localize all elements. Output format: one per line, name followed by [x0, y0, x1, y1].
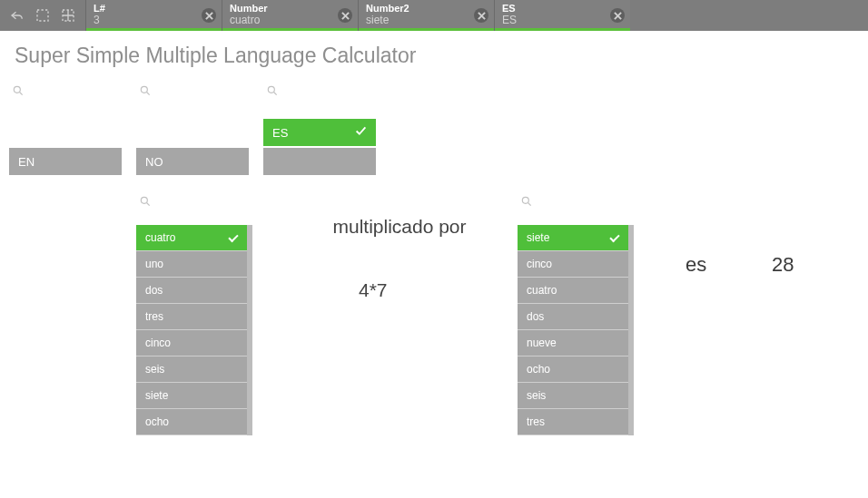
svg-point-5: [141, 197, 147, 203]
filter-tab-lnum[interactable]: L# 3: [85, 0, 222, 31]
lang-option-en[interactable]: EN: [9, 148, 122, 175]
search-icon[interactable]: [139, 84, 152, 97]
filter-tab-es[interactable]: ES ES: [494, 0, 630, 31]
close-icon[interactable]: [474, 8, 488, 23]
list-item-label: seis: [145, 363, 164, 376]
list-item-label: cuatro: [145, 231, 175, 244]
list-item[interactable]: ocho: [136, 409, 252, 435]
list-item-label: siete: [145, 389, 168, 402]
list-item[interactable]: tres: [518, 409, 634, 435]
filter-value: ES: [502, 14, 607, 26]
search-icon[interactable]: [520, 195, 533, 208]
list-item[interactable]: cinco: [518, 251, 634, 278]
filter-tab-number2[interactable]: Number2 siete: [358, 0, 494, 31]
list-item[interactable]: uno: [136, 251, 252, 278]
toolbar-fill: [630, 0, 868, 31]
list-item-label: dos: [145, 284, 163, 297]
list-item[interactable]: cinco: [136, 330, 252, 356]
list-item[interactable]: ocho: [518, 356, 634, 383]
page-title: Super Simple Multiple Language Calculato…: [0, 31, 868, 84]
check-icon: [355, 125, 367, 140]
list-item[interactable]: siete: [518, 225, 634, 251]
selection-clear-icon[interactable]: [33, 5, 53, 25]
filter-label: ES: [502, 4, 607, 14]
list-item-label: seis: [527, 389, 546, 402]
top-toolbar: L# 3 Number cuatro Number2 siete ES ES: [0, 0, 868, 31]
list-item[interactable]: dos: [136, 278, 252, 304]
toolbar-tools: [0, 0, 85, 31]
lang-option-no[interactable]: NO: [136, 148, 249, 175]
search-icon[interactable]: [12, 84, 25, 97]
close-icon[interactable]: [338, 8, 352, 23]
scrollbar[interactable]: [628, 225, 634, 435]
list-item-label: siete: [527, 231, 549, 244]
list-item-label: ocho: [527, 363, 550, 376]
filter-label: Number2: [366, 4, 470, 14]
number-list-right: siete cinco cuatro dos nueve ocho seis t…: [518, 225, 634, 435]
list-item-label: uno: [145, 258, 163, 270]
list-item[interactable]: seis: [518, 383, 634, 409]
list-item-label: cuatro: [527, 284, 557, 297]
list-item[interactable]: dos: [518, 304, 634, 330]
list-item-label: tres: [145, 310, 163, 323]
selection-tool-icon[interactable]: [58, 5, 78, 25]
list-item-label: cinco: [527, 258, 552, 270]
filter-label: L#: [94, 4, 198, 14]
list-item-label: dos: [527, 310, 544, 323]
filter-tab-number[interactable]: Number cuatro: [222, 0, 358, 31]
filter-value: 3: [94, 14, 198, 26]
filter-value: siete: [366, 14, 470, 26]
list-item-label: ocho: [145, 415, 169, 428]
result-value: 28: [772, 253, 794, 277]
search-icon[interactable]: [266, 84, 279, 97]
close-icon[interactable]: [202, 8, 216, 23]
svg-point-2: [14, 86, 20, 93]
list-item[interactable]: cuatro: [136, 225, 252, 251]
lang-label: ES: [272, 126, 288, 140]
list-item[interactable]: tres: [136, 304, 252, 330]
list-item-label: tres: [527, 415, 545, 428]
lang-option-es[interactable]: ES: [263, 119, 376, 146]
list-item-label: nueve: [527, 337, 557, 349]
list-item[interactable]: siete: [136, 383, 252, 409]
filter-value: cuatro: [230, 14, 334, 26]
search-icon[interactable]: [139, 195, 152, 208]
undo-icon[interactable]: [7, 5, 27, 25]
filter-label: Number: [230, 4, 334, 14]
close-icon[interactable]: [610, 8, 625, 23]
list-item[interactable]: seis: [136, 356, 252, 383]
number-list-left: cuatro uno dos tres cinco seis siete och…: [136, 225, 252, 435]
equals-word: es: [686, 253, 706, 277]
lang-label: EN: [18, 155, 35, 169]
lang-option-blank[interactable]: [263, 148, 376, 175]
list-item-label: cinco: [145, 337, 171, 349]
svg-point-6: [522, 197, 528, 203]
svg-point-4: [268, 86, 274, 93]
svg-rect-0: [37, 10, 48, 21]
lang-label: NO: [145, 155, 163, 169]
list-item[interactable]: cuatro: [518, 278, 634, 304]
list-item[interactable]: nueve: [518, 330, 634, 356]
svg-point-3: [141, 86, 147, 93]
operator-label: multiplicado por: [309, 216, 490, 238]
scrollbar[interactable]: [247, 225, 252, 435]
expression-text: 4*7: [359, 279, 388, 301]
